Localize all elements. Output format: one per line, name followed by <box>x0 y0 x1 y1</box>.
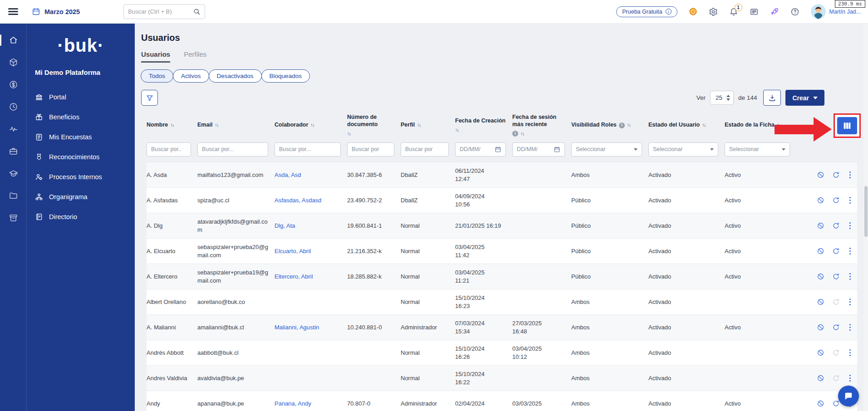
block-user-icon[interactable] <box>817 298 824 306</box>
sort-icon[interactable]: ↑↓ <box>215 122 218 128</box>
column-header-perfil[interactable]: Perfil↑↓ <box>401 122 455 129</box>
reset-icon[interactable] <box>832 196 840 204</box>
reset-icon[interactable] <box>832 323 840 331</box>
sidebar-item-organigrama[interactable]: Organigrama <box>27 187 135 207</box>
filter-select-estado-del-usuario[interactable]: Seleccionar <box>648 142 718 157</box>
cell-colaborador[interactable]: Eltercero, Abril <box>275 273 347 281</box>
block-user-icon[interactable] <box>817 374 824 382</box>
row-menu-icon[interactable] <box>848 221 853 230</box>
activity-icon[interactable] <box>9 124 18 134</box>
cell-colaborador[interactable]: Malianni, Agustin <box>275 323 347 332</box>
reset-icon[interactable] <box>832 374 840 382</box>
folder-icon[interactable] <box>9 191 18 201</box>
download-button[interactable] <box>763 90 781 106</box>
page-size-select[interactable]: 25 <box>710 91 734 105</box>
block-user-icon[interactable] <box>817 400 824 407</box>
column-header-estado-de-la-ficha[interactable]: Estado de la Ficha↑↓ <box>725 122 796 129</box>
avatar[interactable] <box>811 4 826 19</box>
trial-badge[interactable]: Prueba Gratuita i <box>616 6 677 17</box>
reset-icon[interactable] <box>832 171 840 179</box>
filter-select-visibilidad-roles[interactable]: Seleccionar <box>571 142 642 157</box>
column-header-estado-del-usuario[interactable]: Estado del Usuario↑↓ <box>648 122 725 129</box>
block-user-icon[interactable] <box>817 247 824 255</box>
graduation-icon[interactable] <box>9 169 18 178</box>
row-menu-icon[interactable] <box>848 272 853 281</box>
list-icon[interactable] <box>750 7 759 16</box>
sidebar-item-beneficios[interactable]: Beneficios <box>27 107 135 127</box>
filter-date-fecha-de-creacion[interactable]: DD/MM/ <box>455 142 506 157</box>
column-header-email[interactable]: Email↑↓ <box>197 122 275 129</box>
cell-colaborador[interactable]: Dlg, Ata <box>275 222 347 230</box>
reset-icon[interactable] <box>832 247 840 255</box>
sort-icon[interactable]: ↑↓ <box>417 122 421 128</box>
reset-icon[interactable] <box>832 349 840 357</box>
sidebar-item-directorio[interactable]: Directorio <box>27 207 135 227</box>
pill-bloqueados[interactable]: Bloqueados <box>261 69 310 83</box>
pill-todos[interactable]: Todos <box>141 69 173 83</box>
sort-icon[interactable]: ↑↓ <box>627 122 631 128</box>
sidebar-item-portal[interactable]: Portal <box>27 87 135 107</box>
cell-colaborador[interactable]: Elcuarto, Abril <box>275 247 347 255</box>
sidebar-item-procesos-internos[interactable]: Procesos Internos <box>27 167 135 187</box>
row-menu-icon[interactable] <box>848 348 853 357</box>
row-menu-icon[interactable] <box>848 323 853 332</box>
cell-colaborador[interactable]: Asfasdas, Asdasd <box>275 196 347 205</box>
stepper-arrows-icon[interactable] <box>726 95 730 101</box>
notifications-bell[interactable]: 1 <box>729 7 738 16</box>
block-user-icon[interactable] <box>817 196 824 204</box>
column-header-visibilidad-roles[interactable]: Visibilidad Rolesi↑↓ <box>571 122 648 129</box>
scrollbar-thumb[interactable] <box>864 186 868 237</box>
reset-icon[interactable] <box>832 222 840 230</box>
package-icon[interactable] <box>9 58 18 67</box>
column-settings-button[interactable] <box>837 117 857 134</box>
row-menu-icon[interactable] <box>848 171 853 180</box>
rocket-icon[interactable] <box>770 7 779 16</box>
search-input[interactable] <box>128 8 190 15</box>
tab-usuarios[interactable]: Usuarios <box>141 50 170 63</box>
vertical-scrollbar[interactable] <box>863 24 868 411</box>
filter-button[interactable] <box>141 90 158 106</box>
reset-icon[interactable] <box>832 298 840 306</box>
pill-activos[interactable]: Activos <box>173 69 209 83</box>
block-user-icon[interactable] <box>817 273 824 280</box>
filter-select-estado-de-la-ficha[interactable]: Seleccionar <box>725 142 790 157</box>
column-header-fecha-de-creacion[interactable]: Fecha de Creación↑↓ <box>455 117 512 133</box>
sort-icon[interactable]: ↑↓ <box>520 131 524 137</box>
sort-icon[interactable]: ↑↓ <box>702 122 706 128</box>
column-header-fecha-de-sesion-mas-reciente[interactable]: Fecha de sesión más recientei↑↓ <box>512 114 571 136</box>
dollar-icon[interactable] <box>9 80 18 89</box>
clock-icon[interactable] <box>9 102 18 112</box>
column-header-colaborador[interactable]: Colaborador↑↓ <box>275 122 347 129</box>
cell-colaborador[interactable]: Asda, Asd <box>275 171 347 179</box>
reset-icon[interactable] <box>832 400 840 407</box>
block-user-icon[interactable] <box>817 349 824 357</box>
sidebar-item-reconocimientos[interactable]: Reconocimientos <box>27 147 135 167</box>
briefcase-icon[interactable] <box>9 147 18 156</box>
search-icon[interactable] <box>193 8 201 15</box>
filter-input-perfil[interactable] <box>401 142 449 157</box>
archive-icon[interactable] <box>9 213 18 223</box>
coin-icon[interactable] <box>689 7 697 16</box>
filter-input-email[interactable] <box>197 142 268 157</box>
sort-icon[interactable]: ↑↓ <box>455 127 459 133</box>
row-menu-icon[interactable] <box>848 247 853 256</box>
row-menu-icon[interactable] <box>848 298 853 307</box>
filter-input-nombre[interactable] <box>147 142 191 157</box>
chat-fab-button[interactable] <box>838 386 859 406</box>
column-header-nombre[interactable]: Nombre↑↓ <box>147 122 197 129</box>
column-header-numero-de-documento[interactable]: Número de documento↑↓ <box>347 114 401 136</box>
tab-perfiles[interactable]: Perfiles <box>184 50 206 63</box>
global-search[interactable] <box>123 4 205 19</box>
block-user-icon[interactable] <box>817 323 824 331</box>
cell-colaborador[interactable]: Panana, Andy <box>275 400 347 408</box>
home-icon[interactable] <box>9 35 18 45</box>
reset-icon[interactable] <box>832 273 840 280</box>
sidebar-item-mis-encuestas[interactable]: Mis Encuestas <box>27 127 135 147</box>
sort-icon[interactable]: ↑↓ <box>170 122 174 128</box>
sort-icon[interactable]: ↑↓ <box>777 122 780 128</box>
period-selector[interactable]: Marzo 2025 <box>32 7 80 16</box>
sort-icon[interactable]: ↑↓ <box>347 131 351 137</box>
filter-date-fecha-de-sesion-mas-reciente[interactable]: DD/MM/ <box>512 142 565 157</box>
gear-icon[interactable] <box>709 7 718 16</box>
hamburger-menu-icon[interactable] <box>8 8 18 15</box>
